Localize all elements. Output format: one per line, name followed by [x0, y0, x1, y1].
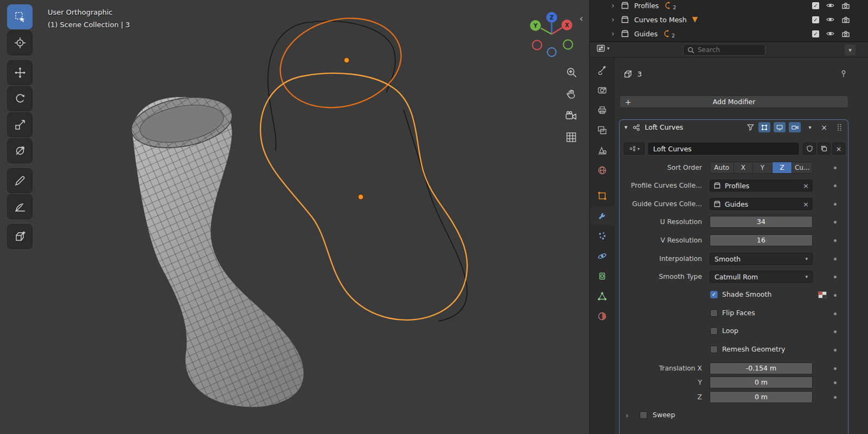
- tab-object[interactable]: [590, 187, 615, 205]
- checkbox-unchecked-icon[interactable]: [710, 346, 718, 353]
- flip-faces-toggle[interactable]: Flip Faces: [710, 309, 755, 317]
- tab-world[interactable]: [590, 161, 615, 180]
- translation-y-field[interactable]: 0 m: [710, 376, 813, 388]
- animate-property-dot[interactable]: [834, 396, 837, 399]
- animate-property-dot[interactable]: [834, 184, 837, 187]
- render-enable-checkbox[interactable]: ✓: [812, 2, 819, 9]
- curve-origin-points[interactable]: [344, 58, 363, 200]
- tab-material[interactable]: [590, 307, 615, 326]
- camera-view-button[interactable]: [564, 108, 579, 123]
- eye-visibility-icon[interactable]: [826, 1, 835, 10]
- animate-property-dot[interactable]: [834, 221, 837, 224]
- animate-property-dot[interactable]: [834, 367, 837, 370]
- tab-scene[interactable]: [590, 141, 615, 159]
- move-tool-button[interactable]: [7, 60, 33, 85]
- tab-output[interactable]: [590, 101, 615, 119]
- tab-particles[interactable]: [590, 227, 615, 245]
- loft-mesh[interactable]: [127, 90, 304, 407]
- axis-minus-z-handle[interactable]: [547, 48, 556, 56]
- profile-collection-field[interactable]: Profiles ×: [710, 180, 813, 192]
- sort-custom-button[interactable]: Cu...: [792, 162, 812, 173]
- animate-property-dot[interactable]: [834, 381, 837, 384]
- u-resolution-field[interactable]: 34: [710, 216, 813, 228]
- translation-x-field[interactable]: -0.154 m: [710, 362, 813, 374]
- realtime-display-toggle-button[interactable]: [774, 122, 786, 132]
- on-cage-toggle-button[interactable]: [758, 122, 770, 132]
- camera-render-icon[interactable]: [841, 1, 850, 10]
- guide-curves-orange[interactable]: [260, 6, 467, 320]
- select-box-tool-button[interactable]: [7, 4, 33, 29]
- drag-grip-handle[interactable]: [833, 122, 845, 132]
- eye-visibility-icon[interactable]: [826, 29, 835, 38]
- remove-modifier-button[interactable]: ×: [818, 122, 830, 132]
- outliner-item-label[interactable]: Guides: [634, 30, 658, 38]
- region-collapse-handle[interactable]: ‹: [579, 13, 583, 24]
- transform-tool-button[interactable]: [7, 138, 33, 163]
- interpolation-dropdown[interactable]: Smooth ▾: [710, 253, 813, 265]
- camera-render-icon[interactable]: [841, 29, 850, 38]
- cursor-tool-button[interactable]: [7, 30, 33, 55]
- scale-tool-button[interactable]: [7, 112, 33, 137]
- expand-chevron-icon[interactable]: ›: [611, 29, 617, 38]
- outliner-item-label[interactable]: Profiles: [634, 2, 659, 10]
- modifier-panel-header[interactable]: ▾ Loft Curves: [620, 120, 848, 135]
- outliner-row-guides[interactable]: › Guides 2 ✓: [590, 27, 868, 41]
- animate-property-dot[interactable]: [834, 330, 837, 333]
- tab-object-data[interactable]: [590, 287, 615, 305]
- animate-property-dot[interactable]: [834, 294, 837, 297]
- measure-tool-button[interactable]: [7, 194, 33, 219]
- search-field[interactable]: [683, 44, 765, 56]
- remesh-geometry-toggle[interactable]: Remesh Geometry: [710, 345, 785, 353]
- tab-view-layer[interactable]: [590, 121, 615, 139]
- pan-button[interactable]: [564, 86, 579, 101]
- modifier-extras-dropdown-button[interactable]: ▾: [804, 122, 816, 132]
- header-menu-button[interactable]: ▾: [845, 44, 856, 55]
- guide-collection-field[interactable]: Guides ×: [710, 198, 813, 210]
- tab-render[interactable]: [590, 81, 615, 99]
- shade-smooth-toggle[interactable]: ✓ Shade Smooth: [710, 290, 771, 298]
- outliner-item-label[interactable]: Curves to Mesh: [634, 16, 687, 24]
- sort-z-button[interactable]: Z: [773, 162, 793, 173]
- search-input[interactable]: [698, 46, 757, 54]
- axis-minus-x-handle[interactable]: [533, 41, 542, 50]
- grid-toggle-button[interactable]: [564, 130, 579, 145]
- clear-profile-collection-button[interactable]: ×: [803, 182, 809, 190]
- tab-physics[interactable]: [590, 247, 615, 265]
- sort-x-button[interactable]: X: [734, 162, 754, 173]
- tab-constraints[interactable]: [590, 267, 615, 285]
- profile-curves-black[interactable]: [268, 21, 467, 321]
- node-group-type-button[interactable]: ▾: [624, 143, 644, 155]
- navigation-gizmo[interactable]: Z X Y: [528, 9, 578, 59]
- checkbox-checked-icon[interactable]: ✓: [710, 291, 718, 298]
- axis-minus-y-handle[interactable]: [564, 40, 573, 49]
- camera-render-icon[interactable]: [841, 15, 850, 24]
- clear-guide-collection-button[interactable]: ×: [803, 200, 809, 208]
- outliner-row-profiles[interactable]: › Profiles 2 ✓: [590, 0, 868, 12]
- expand-chevron-icon[interactable]: ›: [611, 15, 617, 24]
- rotate-tool-button[interactable]: [7, 86, 33, 111]
- add-modifier-button[interactable]: + Add Modifier: [620, 95, 848, 108]
- sweep-checkbox[interactable]: [640, 411, 647, 419]
- animate-property-dot[interactable]: [834, 312, 837, 315]
- pin-icon[interactable]: [839, 69, 848, 78]
- animate-property-dot[interactable]: [834, 258, 837, 260]
- render-enable-checkbox[interactable]: ✓: [812, 30, 819, 37]
- tab-tool[interactable]: [590, 61, 615, 79]
- animate-property-dot[interactable]: [834, 349, 837, 352]
- unlink-data-button[interactable]: ×: [832, 143, 845, 155]
- eye-visibility-icon[interactable]: [826, 15, 835, 24]
- animate-property-dot[interactable]: [834, 239, 837, 242]
- smooth-type-dropdown[interactable]: Catmull Rom ▾: [710, 271, 813, 283]
- translation-z-field[interactable]: 0 m: [710, 391, 813, 403]
- render-display-toggle-button[interactable]: [789, 122, 801, 132]
- sort-y-button[interactable]: Y: [753, 162, 773, 173]
- fake-user-shield-button[interactable]: [803, 143, 816, 155]
- zoom-button[interactable]: [564, 65, 579, 80]
- viewport-canvas[interactable]: [0, 0, 589, 434]
- tab-modifiers[interactable]: [590, 207, 615, 225]
- attribute-toggle-icon[interactable]: [818, 291, 827, 298]
- animate-property-dot[interactable]: [834, 276, 837, 278]
- annotate-tool-button[interactable]: [7, 168, 33, 193]
- expand-chevron-icon[interactable]: ›: [626, 411, 629, 420]
- checkbox-unchecked-icon[interactable]: [710, 309, 718, 317]
